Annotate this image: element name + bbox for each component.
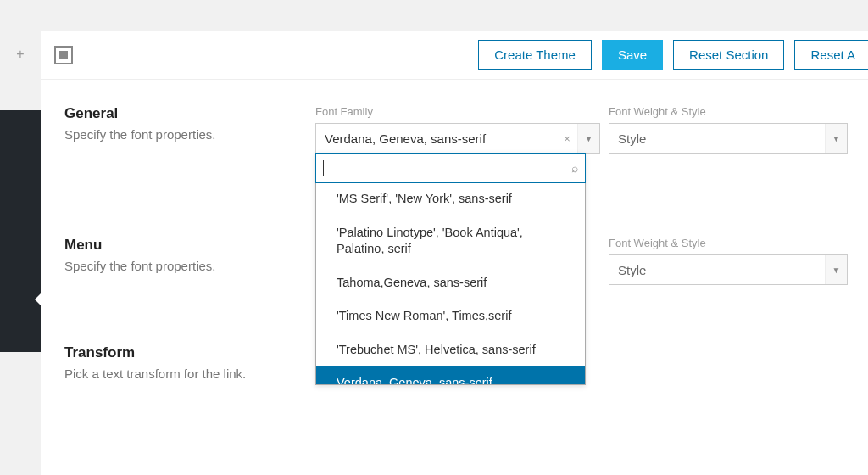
dropdown-search-input[interactable] [324, 158, 571, 179]
chevron-down-icon[interactable]: ▼ [577, 124, 599, 153]
chevron-down-icon[interactable]: ▼ [825, 124, 847, 153]
topbar: Create Theme Save Reset Section Reset A [41, 31, 868, 80]
font-weight-label-2: Font Weight & Style [609, 237, 848, 249]
font-weight-select-2[interactable]: Style ▼ [609, 254, 848, 285]
section-desc-transform: Pick a text transform for the link. [64, 366, 315, 381]
collapse-menu-button[interactable]: + [12, 46, 29, 63]
font-option[interactable]: 'MS Serif', 'New York', sans-serif [316, 182, 585, 216]
font-family-select[interactable]: Verdana, Geneva, sans-serif × ▼ [315, 123, 600, 154]
font-option[interactable]: 'Palatino Linotype', 'Book Antiqua', Pal… [316, 216, 585, 266]
font-family-label: Font Family [315, 105, 600, 118]
section-title-transform: Transform [64, 344, 315, 361]
section-desc-general: Specify the font properties. [64, 127, 315, 142]
clear-icon[interactable]: × [557, 132, 577, 145]
general-section: General Specify the font properties. Fon… [64, 105, 848, 154]
font-option[interactable]: Tahoma,Geneva, sans-serif [316, 266, 585, 300]
dropdown-search[interactable]: ⌕ [315, 153, 586, 183]
font-weight-value: Style [609, 131, 825, 146]
font-family-value: Verdana, Geneva, sans-serif [316, 131, 557, 146]
create-theme-button[interactable]: Create Theme [478, 40, 592, 70]
chevron-down-icon[interactable]: ▼ [825, 255, 847, 284]
font-weight-select[interactable]: Style ▼ [609, 123, 848, 154]
font-weight-label: Font Weight & Style [609, 105, 848, 118]
font-option[interactable]: 'Trebuchet MS', Helvetica, sans-serif [316, 333, 585, 367]
section-title-menu: Menu [64, 237, 315, 254]
admin-sidebar [0, 110, 41, 352]
section-desc-menu: Specify the font properties. [64, 259, 315, 273]
font-option-selected[interactable]: Verdana, Geneva, sans-serif [316, 366, 585, 384]
save-button[interactable]: Save [602, 40, 663, 70]
reset-all-button[interactable]: Reset A [794, 40, 868, 70]
search-icon: ⌕ [571, 161, 578, 175]
layout-grid-icon[interactable] [54, 46, 73, 64]
font-weight-value-2: Style [609, 263, 825, 277]
font-option[interactable]: 'Times New Roman', Times,serif [316, 299, 585, 333]
section-title-general: General [64, 105, 315, 122]
content-panel: General Specify the font properties. Fon… [41, 80, 868, 475]
dropdown-list[interactable]: 'MS Serif', 'New York', sans-serif 'Pala… [316, 182, 585, 384]
reset-section-button[interactable]: Reset Section [673, 40, 784, 70]
font-family-dropdown: ⌕ 'MS Serif', 'New York', sans-serif 'Pa… [315, 153, 586, 385]
